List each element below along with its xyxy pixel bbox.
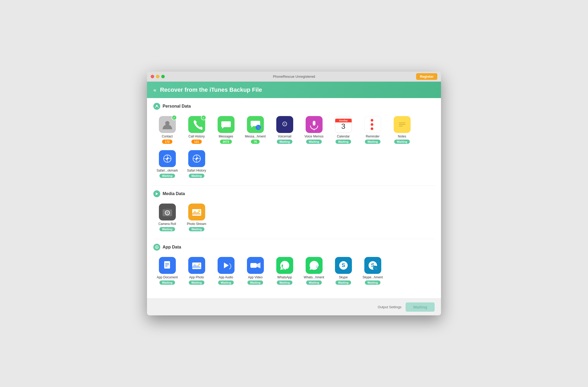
app-data-section: App Data App DocumentWaitingApp PhotoWai… xyxy=(153,244,435,287)
message-attach-icon-wrapper: 📎 xyxy=(247,116,264,133)
whats-attach-icon-wrapper: 📎 xyxy=(306,257,323,274)
app-video-name: App Video xyxy=(242,275,268,279)
camera-roll-name: Camera Roll xyxy=(154,222,180,226)
svg-text:📎: 📎 xyxy=(316,265,320,270)
app-photo-icon-wrapper xyxy=(188,257,205,274)
titlebar: PhoneRescue Unregistered Register xyxy=(147,72,441,82)
skype-badge: Waiting xyxy=(336,280,351,285)
app-section-icon xyxy=(153,244,160,251)
app-photo-name: App Photo xyxy=(184,275,209,279)
voicemail-name: Voicemail xyxy=(272,135,297,138)
close-button[interactable] xyxy=(151,75,154,78)
page-title: Recover from the iTunes Backup File xyxy=(160,86,262,93)
app-photo-badge: Waiting xyxy=(189,280,204,285)
waiting-button[interactable]: Waiting xyxy=(406,302,435,312)
voicemail-icon-wrapper: ⊙ xyxy=(276,116,293,133)
voice-memos-icon-wrapper xyxy=(306,116,323,133)
output-settings-link[interactable]: Output Settings xyxy=(378,305,402,309)
whats-attach-badge: Waiting xyxy=(306,280,322,285)
app-section-header: App Data xyxy=(153,244,435,251)
item-voicemail[interactable]: ⊙VoicemailWaiting xyxy=(271,114,298,146)
svg-text:S: S xyxy=(342,262,345,268)
call-history-check: ✓ xyxy=(201,115,206,120)
notes-badge: Waiting xyxy=(394,140,410,144)
item-app-photo[interactable]: App PhotoWaiting xyxy=(183,255,210,287)
skype-attach-icon: S📎 xyxy=(364,257,381,274)
app-video-icon-wrapper xyxy=(247,257,264,274)
calendar-name: Calendar xyxy=(330,135,356,138)
skype-attach-name: Skype...hment xyxy=(360,275,385,279)
reminder-badge: Waiting xyxy=(365,140,380,144)
item-app-document[interactable]: App DocumentWaiting xyxy=(153,255,181,287)
item-call-history[interactable]: ✓Call History121 xyxy=(183,114,210,146)
voice-memos-name: Voice Memos xyxy=(301,135,327,138)
camera-roll-icon-wrapper xyxy=(159,204,176,220)
app-photo-icon xyxy=(188,257,205,274)
svg-text:📎: 📎 xyxy=(374,266,377,270)
app-audio-badge: Waiting xyxy=(218,280,234,285)
safari-bookmark-icon xyxy=(159,150,176,167)
item-whatsapp[interactable]: WhatsAppWaiting xyxy=(271,255,298,287)
whats-attach-icon: 📎 xyxy=(306,257,323,274)
back-button[interactable]: « xyxy=(153,87,156,93)
safari-bookmark-badge: Waiting xyxy=(159,174,175,178)
calendar-icon: Sunday 3 xyxy=(335,116,352,133)
footer: Output Settings Waiting xyxy=(147,298,441,315)
skype-icon: S xyxy=(335,257,352,274)
item-message-attach[interactable]: 📎Messa...hment76 xyxy=(241,114,269,146)
skype-icon-wrapper: S xyxy=(335,257,352,274)
item-whats-attach[interactable]: 📎Whats...hmentWaiting xyxy=(300,255,328,287)
whats-attach-name: Whats...hment xyxy=(301,275,327,279)
notes-name: Notes xyxy=(389,135,415,138)
safari-history-icon-wrapper xyxy=(188,150,205,167)
register-button[interactable]: Register xyxy=(416,73,437,80)
item-voice-memos[interactable]: Voice MemosWaiting xyxy=(300,114,328,146)
camera-roll-badge: Waiting xyxy=(159,227,175,231)
item-calendar[interactable]: Sunday 3 CalendarWaiting xyxy=(329,114,357,146)
photo-stream-badge: Waiting xyxy=(189,227,204,231)
messages-badge: 2073 xyxy=(220,140,232,144)
item-safari-history[interactable]: Safari HistoryWaiting xyxy=(183,148,210,180)
safari-history-name: Safari History xyxy=(184,169,209,172)
item-notes[interactable]: NotesWaiting xyxy=(388,114,416,146)
divider-2 xyxy=(153,239,435,239)
safari-bookmark-icon-wrapper xyxy=(159,150,176,167)
photo-stream-icon xyxy=(188,204,205,220)
item-app-audio[interactable]: App AudioWaiting xyxy=(212,255,240,287)
cal-header: Sunday xyxy=(335,119,352,122)
messages-name: Messages xyxy=(213,135,239,138)
svg-marker-21 xyxy=(156,192,158,195)
whatsapp-icon xyxy=(276,257,293,274)
item-camera-roll[interactable]: Camera RollWaiting xyxy=(153,201,181,233)
personal-items-grid: ✓Contact172✓Call History121Messages2073📎… xyxy=(153,114,435,180)
app-document-icon xyxy=(159,257,176,274)
item-contact[interactable]: ✓Contact172 xyxy=(153,114,181,146)
contact-badge: 172 xyxy=(162,140,172,144)
minimize-button[interactable] xyxy=(156,75,159,78)
whatsapp-badge: Waiting xyxy=(277,280,292,285)
media-items-grid: Camera RollWaitingPhoto StreamWaiting xyxy=(153,201,435,233)
personal-section-icon xyxy=(153,103,160,110)
messages-icon xyxy=(218,116,235,133)
voicemail-icon: ⊙ xyxy=(276,116,293,133)
item-safari-bookmark[interactable]: Safari...okmarkWaiting xyxy=(153,148,181,180)
media-section-icon xyxy=(153,190,160,197)
call-history-icon-wrapper: ✓ xyxy=(188,116,205,133)
maximize-button[interactable] xyxy=(161,75,165,78)
svg-rect-26 xyxy=(166,209,169,210)
skype-name: Skype xyxy=(330,275,356,279)
header-bar: « Recover from the iTunes Backup File xyxy=(147,82,441,98)
call-history-badge: 121 xyxy=(191,140,201,144)
item-skype[interactable]: SSkypeWaiting xyxy=(329,255,357,287)
item-skype-attach[interactable]: S📎Skype...hmentWaiting xyxy=(359,255,387,287)
app-audio-icon-wrapper xyxy=(218,257,235,274)
svg-text:📎: 📎 xyxy=(256,125,260,129)
item-messages[interactable]: Messages2073 xyxy=(212,114,240,146)
contact-icon-wrapper: ✓ xyxy=(159,116,176,133)
app-document-badge: Waiting xyxy=(159,280,175,285)
item-reminder[interactable]: ReminderWaiting xyxy=(359,114,387,146)
item-photo-stream[interactable]: Photo StreamWaiting xyxy=(183,201,210,233)
voice-memos-badge: Waiting xyxy=(306,140,322,144)
item-app-video[interactable]: App VideoWaiting xyxy=(241,255,269,287)
reminder-icon xyxy=(364,116,381,133)
